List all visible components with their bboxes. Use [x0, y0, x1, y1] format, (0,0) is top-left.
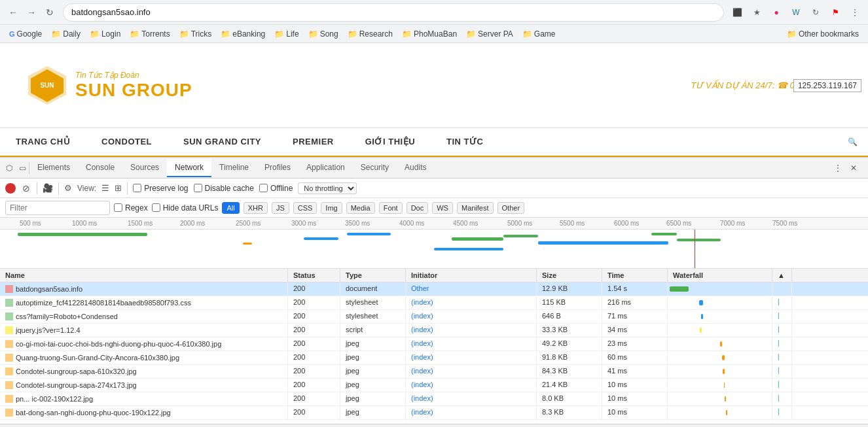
table-row[interactable]: co-gi-moi-tai-cuoc-choi-bds-nghi-duong-p…	[0, 337, 868, 351]
table-row[interactable]: Condotel-sungroup-sapa-610x320.jpg 200 j…	[0, 365, 868, 379]
filter-xhr[interactable]: XHR	[244, 202, 268, 214]
tab-timeline[interactable]: Timeline	[211, 159, 257, 177]
nav-search-icon[interactable]: 🔍	[837, 132, 868, 152]
filter-img[interactable]: Img	[321, 202, 342, 214]
filter-other[interactable]: Other	[497, 202, 525, 214]
forward-button[interactable]: →	[24, 5, 39, 20]
regex-checkbox[interactable]	[114, 203, 122, 212]
back-button[interactable]: ←	[5, 5, 21, 20]
filter-js[interactable]: JS	[272, 202, 289, 214]
td-type-3: stylesheet	[340, 310, 406, 323]
bookmark-tricks[interactable]: 📁 Tricks	[175, 28, 216, 40]
tab-elements[interactable]: Elements	[29, 159, 78, 177]
table-row[interactable]: css?family=Roboto+Condensed 200 styleshe…	[0, 310, 868, 324]
tab-sources[interactable]: Sources	[122, 159, 167, 177]
td-init-2: (index)	[406, 296, 537, 309]
bookmark-login[interactable]: 📁 Login	[86, 28, 124, 40]
devtools-mobile-icon[interactable]: ▭	[16, 162, 29, 175]
wordpress-icon[interactable]: W	[788, 5, 804, 20]
nav-condotel[interactable]: CONDOTEL	[86, 129, 168, 156]
view-label: View:	[77, 184, 96, 193]
td-wf-2	[668, 296, 772, 309]
tab-security[interactable]: Security	[353, 159, 397, 177]
reload-button[interactable]: ↻	[42, 5, 58, 20]
browser-toolbar: ← → ↻ batdongsan5sao.info ⬛ ★ ● W ↻ ⚑ ⋮	[0, 0, 868, 25]
devtools-close-icon[interactable]: ✕	[847, 162, 860, 175]
td-status-10: 200	[288, 406, 340, 419]
nav-premier[interactable]: PREMIER	[277, 129, 350, 156]
tab-audits[interactable]: Audits	[397, 159, 434, 177]
filter-css[interactable]: CSS	[293, 202, 317, 214]
tab-console[interactable]: Console	[78, 159, 122, 177]
ruler-4500: 4500 ms	[453, 220, 478, 227]
filter-all[interactable]: All	[222, 202, 239, 214]
record-button[interactable]	[5, 183, 16, 194]
bookmark-ebanking[interactable]: 📁 eBanking	[217, 28, 269, 40]
bookmark-daily[interactable]: 📁 Daily	[47, 28, 84, 40]
bookmark-life[interactable]: 📁 Life	[270, 28, 302, 40]
extension-icon[interactable]: ⬛	[729, 5, 745, 20]
bookmark-other-label: Other bookmarks	[799, 29, 859, 39]
bookmark-song[interactable]: 📁 Song	[304, 28, 342, 40]
address-bar[interactable]: batdongsan5sao.info	[63, 3, 724, 22]
profile-icon[interactable]: ●	[769, 5, 784, 20]
bookmark-phomua[interactable]: 📁 PhoMuaBan	[398, 28, 461, 40]
filter-media[interactable]: Media	[346, 202, 375, 214]
filter-manifest[interactable]: Manifest	[457, 202, 494, 214]
clear-button[interactable]: ⊘	[21, 183, 31, 194]
td-extra-3: |	[772, 310, 792, 323]
folder-icon-torrents: 📁	[130, 29, 139, 39]
view-group-icon[interactable]: ⊞	[115, 183, 122, 193]
hide-data-urls-checkbox[interactable]	[152, 203, 160, 212]
filter-ws[interactable]: WS	[432, 202, 453, 214]
wf-bar-10	[434, 248, 503, 250]
filter-input[interactable]	[5, 201, 110, 215]
ruler-2500: 2500 ms	[236, 220, 261, 227]
bookmark-research[interactable]: 📁 Research	[344, 28, 397, 40]
td-name-2: autoptimize_fcf41228148081814baaedb98580…	[0, 296, 288, 309]
bookmark-serverpa[interactable]: 📁 Server PA	[462, 28, 517, 40]
url-text: batdongsan5sao.info	[71, 7, 151, 17]
nav-tintuc[interactable]: TIN TỨC	[431, 129, 499, 156]
tab-network[interactable]: Network	[167, 159, 211, 177]
ruler-6500: 6500 ms	[666, 220, 691, 227]
filter-icon[interactable]: ⚙	[64, 183, 72, 193]
devtools-more-icon[interactable]: ⋮	[831, 162, 844, 175]
bookmark-star-icon[interactable]: ★	[749, 5, 765, 20]
preserve-log-checkbox[interactable]	[133, 184, 141, 192]
table-row[interactable]: jquery.js?ver=1.12.4 200 script (index) …	[0, 324, 868, 337]
row1-name: batdongsan5sao.info	[16, 285, 82, 293]
td-wf-7	[668, 365, 772, 378]
hide-data-urls-label: Hide data URLs	[163, 203, 219, 213]
table-row[interactable]: autoptimize_fcf41228148081814baaedb98580…	[0, 296, 868, 310]
ruler-2000: 2000 ms	[180, 220, 205, 227]
regex-label: Regex	[125, 203, 148, 213]
flag-icon[interactable]: ⚑	[827, 5, 843, 20]
refresh-icon[interactable]: ↻	[808, 5, 823, 20]
nav-sungrandcity[interactable]: SUN GRAND CITY	[168, 129, 277, 156]
table-row[interactable]: bat-dong-san-nghi-duong-phu-quoc-190x122…	[0, 406, 868, 420]
table-row[interactable]: pn... ic-002-190x122.jpg 200 jpeg (index…	[0, 392, 868, 406]
bookmark-game[interactable]: 📁 Game	[518, 28, 560, 40]
tab-profiles[interactable]: Profiles	[257, 159, 298, 177]
table-row[interactable]: Quang-truong-Sun-Grand-City-Ancora-610x3…	[0, 351, 868, 365]
disable-cache-checkbox[interactable]	[194, 184, 202, 192]
bookmark-google[interactable]: G Google	[5, 28, 46, 40]
filter-font[interactable]: Font	[379, 202, 403, 214]
bookmark-torrents[interactable]: 📁 Torrents	[126, 28, 173, 40]
nav-trangchu[interactable]: TRANG CHỦ	[0, 129, 86, 156]
bookmark-other[interactable]: 📁 Other bookmarks	[783, 28, 863, 40]
site-logo: SUN Tin Tức Tập Đoàn SUN GROUP	[26, 64, 192, 107]
nav-gioithieu[interactable]: GIỚI THIỆU	[350, 129, 431, 156]
offline-checkbox[interactable]	[259, 184, 268, 192]
menu-icon[interactable]: ⋮	[847, 5, 863, 20]
table-row[interactable]: Condotel-sungroup-sapa-274x173.jpg 200 j…	[0, 379, 868, 392]
filter-doc[interactable]: Doc	[407, 202, 429, 214]
table-row[interactable]: batdongsan5sao.info 200 document Other 1…	[0, 282, 868, 296]
throttling-select[interactable]: No throttling	[298, 182, 357, 194]
devtools-cursor-icon[interactable]: ⬡	[3, 162, 16, 175]
camera-icon[interactable]: 🎥	[43, 183, 53, 193]
tab-application[interactable]: Application	[298, 159, 353, 177]
view-list-icon[interactable]: ☰	[101, 183, 109, 193]
hide-data-urls-group: Hide data URLs	[152, 203, 219, 213]
